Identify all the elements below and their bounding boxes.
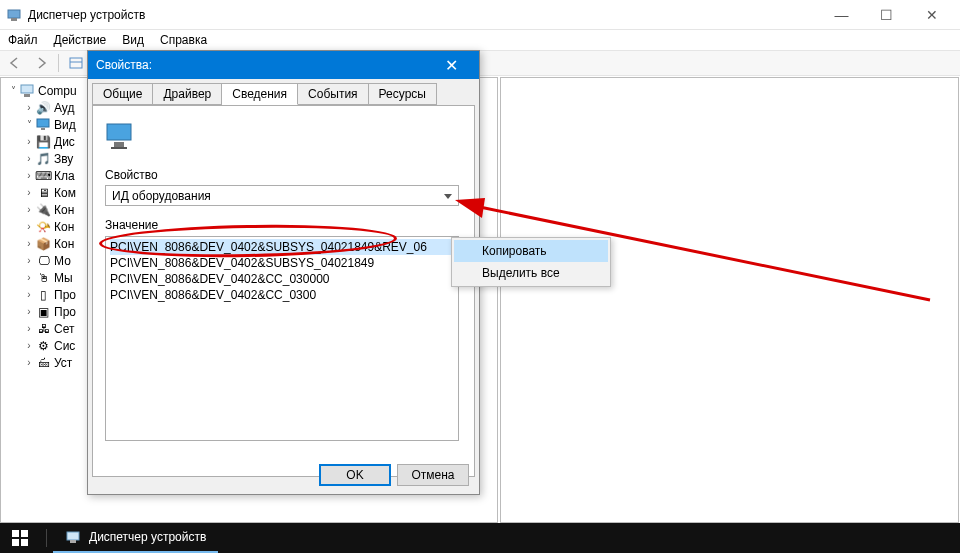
values-listbox[interactable]: PCI\VEN_8086&DEV_0402&SUBSYS_04021849&RE… (105, 236, 459, 441)
hid-icon: 🖮 (35, 355, 52, 371)
property-dropdown[interactable]: ИД оборудования (105, 185, 459, 206)
svg-rect-20 (67, 532, 79, 540)
list-item[interactable]: PCI\VEN_8086&DEV_0402&SUBSYS_04021849&RE… (110, 239, 454, 255)
menu-help[interactable]: Справка (160, 33, 207, 47)
expand-icon[interactable]: › (23, 323, 35, 334)
processor-icon: ▣ (35, 304, 52, 320)
keyboard-icon: ⌨ (35, 168, 52, 184)
svg-rect-7 (21, 85, 33, 93)
expand-icon[interactable]: › (23, 136, 35, 147)
svg-rect-0 (8, 10, 20, 18)
computer-icon (19, 83, 36, 99)
expand-icon[interactable]: › (23, 272, 35, 283)
taskbar-divider (46, 529, 47, 547)
expand-icon[interactable]: › (23, 306, 35, 317)
monitor-icon: 🖵 (35, 253, 52, 269)
context-select-all[interactable]: Выделить все (454, 262, 608, 284)
tab-details[interactable]: Сведения (222, 83, 298, 105)
network-icon: 🖧 (35, 321, 52, 337)
svg-rect-8 (24, 94, 30, 97)
menu-file[interactable]: Файл (8, 33, 38, 47)
cancel-button[interactable]: Отмена (397, 464, 469, 486)
svg-rect-18 (12, 539, 19, 546)
controller-icon: 🔌 (35, 202, 52, 218)
maximize-button[interactable]: ☐ (864, 0, 909, 30)
dialog-title: Свойства: (96, 58, 431, 72)
svg-rect-13 (111, 147, 127, 149)
context-menu: Копировать Выделить все (451, 237, 611, 287)
device-icon: ▯ (35, 287, 52, 303)
properties-dialog: Свойства: ✕ Общие Драйвер Сведения Событ… (87, 50, 480, 495)
ok-button[interactable]: OK (319, 464, 391, 486)
expand-icon[interactable]: › (23, 170, 35, 181)
svg-rect-21 (70, 540, 76, 543)
computer-icon: 🖥 (35, 185, 52, 201)
device-large-icon (105, 120, 137, 152)
tab-events[interactable]: События (298, 83, 369, 105)
dialog-close-button[interactable]: ✕ (431, 51, 471, 79)
audio-icon: 🔊 (35, 100, 52, 116)
collapse-icon[interactable]: ˅ (23, 119, 35, 130)
svg-rect-1 (11, 18, 17, 21)
svg-rect-9 (37, 119, 49, 127)
collapse-icon[interactable]: ˅ (7, 85, 19, 96)
tab-general[interactable]: Общие (92, 83, 153, 105)
usb-icon: 📯 (35, 219, 52, 235)
system-icon: ⚙ (35, 338, 52, 354)
taskbar-app[interactable]: Диспетчер устройств (53, 523, 218, 553)
taskbar: Диспетчер устройств (0, 523, 960, 553)
svg-rect-2 (70, 58, 82, 68)
app-icon (6, 7, 22, 23)
storage-icon: 📦 (35, 236, 52, 252)
minimize-button[interactable]: — (819, 0, 864, 30)
svg-rect-12 (114, 142, 124, 147)
sound-icon: 🎵 (35, 151, 52, 167)
show-hide-button[interactable] (65, 52, 87, 74)
expand-icon[interactable]: › (23, 238, 35, 249)
expand-icon[interactable]: › (23, 255, 35, 266)
expand-icon[interactable]: › (23, 340, 35, 351)
list-item[interactable]: PCI\VEN_8086&DEV_0402&SUBSYS_04021849 (110, 255, 454, 271)
list-item[interactable]: PCI\VEN_8086&DEV_0402&CC_030000 (110, 271, 454, 287)
expand-icon[interactable]: › (23, 153, 35, 164)
mouse-icon: 🖱 (35, 270, 52, 286)
tab-driver[interactable]: Драйвер (153, 83, 222, 105)
svg-rect-16 (12, 530, 19, 537)
window-titlebar: Диспетчер устройств — ☐ ✕ (0, 0, 960, 30)
window-title: Диспетчер устройств (28, 8, 819, 22)
display-icon (35, 117, 52, 133)
dialog-titlebar[interactable]: Свойства: ✕ (88, 51, 479, 79)
menu-action[interactable]: Действие (54, 33, 107, 47)
expand-icon[interactable]: › (23, 357, 35, 368)
tab-resources[interactable]: Ресурсы (369, 83, 437, 105)
back-button[interactable] (4, 52, 26, 74)
svg-rect-11 (107, 124, 131, 140)
menu-view[interactable]: Вид (122, 33, 144, 47)
close-button[interactable]: ✕ (909, 0, 954, 30)
value-label: Значение (105, 218, 462, 232)
taskbar-app-label: Диспетчер устройств (89, 530, 206, 544)
svg-rect-10 (41, 128, 45, 130)
context-copy[interactable]: Копировать (454, 240, 608, 262)
expand-icon[interactable]: › (23, 204, 35, 215)
svg-rect-17 (21, 530, 28, 537)
tab-body: Свойство ИД оборудования Значение PCI\VE… (92, 105, 475, 477)
svg-rect-19 (21, 539, 28, 546)
property-label: Свойство (105, 168, 462, 182)
start-button[interactable] (0, 523, 40, 553)
property-dropdown-value: ИД оборудования (112, 189, 211, 203)
details-panel (500, 77, 959, 523)
menubar: Файл Действие Вид Справка (0, 30, 960, 50)
disk-icon: 💾 (35, 134, 52, 150)
dialog-tabs: Общие Драйвер Сведения События Ресурсы (88, 79, 479, 105)
forward-button[interactable] (30, 52, 52, 74)
expand-icon[interactable]: › (23, 102, 35, 113)
expand-icon[interactable]: › (23, 221, 35, 232)
expand-icon[interactable]: › (23, 289, 35, 300)
expand-icon[interactable]: › (23, 187, 35, 198)
list-item[interactable]: PCI\VEN_8086&DEV_0402&CC_0300 (110, 287, 454, 303)
